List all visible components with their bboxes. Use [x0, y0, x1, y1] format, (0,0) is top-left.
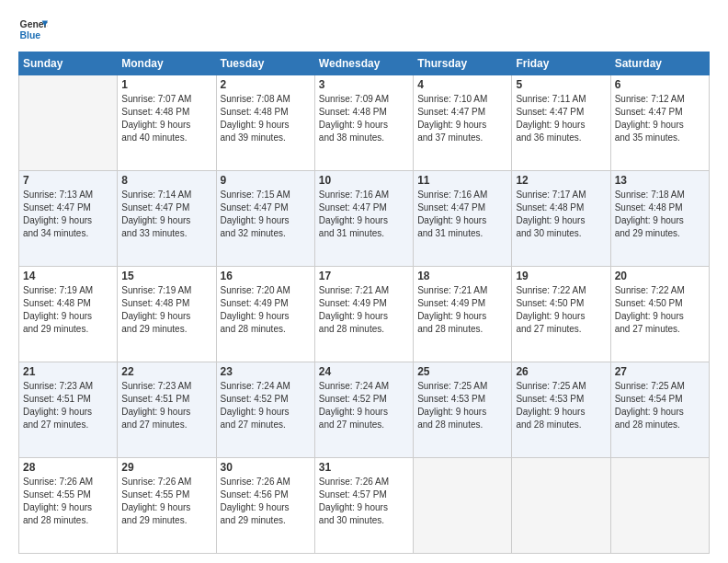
- col-header-monday: Monday: [118, 52, 216, 75]
- day-number: 11: [417, 174, 507, 187]
- calendar-cell: 2Sunrise: 7:08 AM Sunset: 4:48 PM Daylig…: [216, 75, 314, 171]
- day-number: 14: [23, 270, 113, 282]
- day-info: Sunrise: 7:11 AM Sunset: 4:47 PM Dayligh…: [516, 93, 606, 144]
- calendar-cell: 1Sunrise: 7:07 AM Sunset: 4:48 PM Daylig…: [118, 75, 216, 171]
- day-number: 5: [516, 78, 606, 91]
- day-info: Sunrise: 7:14 AM Sunset: 4:47 PM Dayligh…: [121, 189, 211, 240]
- day-info: Sunrise: 7:26 AM Sunset: 4:57 PM Dayligh…: [319, 476, 409, 527]
- svg-text:Blue: Blue: [20, 30, 41, 40]
- calendar-cell: 27Sunrise: 7:25 AM Sunset: 4:54 PM Dayli…: [610, 362, 709, 458]
- calendar-cell: [512, 458, 610, 554]
- calendar-cell: 18Sunrise: 7:21 AM Sunset: 4:49 PM Dayli…: [414, 267, 512, 362]
- logo: General Blue: [18, 15, 51, 44]
- calendar-cell: 13Sunrise: 7:18 AM Sunset: 4:48 PM Dayli…: [610, 171, 709, 267]
- calendar-week-row: 14Sunrise: 7:19 AM Sunset: 4:48 PM Dayli…: [19, 267, 710, 362]
- day-number: 2: [221, 78, 311, 91]
- day-info: Sunrise: 7:12 AM Sunset: 4:47 PM Dayligh…: [615, 93, 705, 144]
- day-number: 4: [417, 78, 507, 91]
- calendar-cell: 31Sunrise: 7:26 AM Sunset: 4:57 PM Dayli…: [314, 458, 413, 554]
- calendar-header-row: SundayMondayTuesdayWednesdayThursdayFrid…: [19, 52, 710, 75]
- day-info: Sunrise: 7:21 AM Sunset: 4:49 PM Dayligh…: [417, 284, 507, 336]
- calendar-cell: 23Sunrise: 7:24 AM Sunset: 4:52 PM Dayli…: [216, 362, 314, 458]
- day-info: Sunrise: 7:09 AM Sunset: 4:48 PM Dayligh…: [319, 93, 409, 144]
- day-number: 24: [319, 365, 409, 378]
- day-info: Sunrise: 7:15 AM Sunset: 4:47 PM Dayligh…: [221, 189, 311, 240]
- logo-icon: General Blue: [18, 15, 48, 44]
- day-info: Sunrise: 7:07 AM Sunset: 4:48 PM Dayligh…: [121, 93, 211, 144]
- day-number: 10: [319, 174, 409, 187]
- page-container: General Blue SundayMondayTuesdayWednesda…: [0, 0, 728, 563]
- calendar-cell: 7Sunrise: 7:13 AM Sunset: 4:47 PM Daylig…: [19, 171, 118, 267]
- calendar-week-row: 7Sunrise: 7:13 AM Sunset: 4:47 PM Daylig…: [19, 171, 710, 267]
- day-number: 18: [417, 270, 507, 282]
- calendar-cell: 25Sunrise: 7:25 AM Sunset: 4:53 PM Dayli…: [414, 362, 512, 458]
- calendar-week-row: 21Sunrise: 7:23 AM Sunset: 4:51 PM Dayli…: [19, 362, 710, 458]
- calendar-cell: [610, 458, 709, 554]
- day-info: Sunrise: 7:19 AM Sunset: 4:48 PM Dayligh…: [121, 284, 211, 336]
- day-number: 17: [319, 270, 409, 282]
- calendar-cell: 21Sunrise: 7:23 AM Sunset: 4:51 PM Dayli…: [19, 362, 118, 458]
- day-number: 30: [221, 461, 311, 474]
- calendar-cell: [19, 75, 118, 171]
- day-number: 16: [221, 270, 311, 282]
- calendar-cell: 10Sunrise: 7:16 AM Sunset: 4:47 PM Dayli…: [314, 171, 413, 267]
- calendar-cell: 11Sunrise: 7:16 AM Sunset: 4:47 PM Dayli…: [414, 171, 512, 267]
- day-info: Sunrise: 7:08 AM Sunset: 4:48 PM Dayligh…: [221, 93, 311, 144]
- calendar-cell: 4Sunrise: 7:10 AM Sunset: 4:47 PM Daylig…: [414, 75, 512, 171]
- day-info: Sunrise: 7:23 AM Sunset: 4:51 PM Dayligh…: [23, 380, 113, 431]
- day-number: 7: [23, 174, 113, 187]
- col-header-wednesday: Wednesday: [314, 52, 413, 75]
- calendar-table: SundayMondayTuesdayWednesdayThursdayFrid…: [18, 52, 710, 554]
- day-info: Sunrise: 7:19 AM Sunset: 4:48 PM Dayligh…: [23, 284, 113, 336]
- calendar-cell: 16Sunrise: 7:20 AM Sunset: 4:49 PM Dayli…: [216, 267, 314, 362]
- day-number: 26: [516, 365, 606, 378]
- calendar-cell: 17Sunrise: 7:21 AM Sunset: 4:49 PM Dayli…: [314, 267, 413, 362]
- day-info: Sunrise: 7:16 AM Sunset: 4:47 PM Dayligh…: [319, 189, 409, 240]
- day-number: 27: [615, 365, 705, 378]
- day-number: 20: [615, 270, 705, 282]
- calendar-week-row: 28Sunrise: 7:26 AM Sunset: 4:55 PM Dayli…: [19, 458, 710, 554]
- calendar-cell: 22Sunrise: 7:23 AM Sunset: 4:51 PM Dayli…: [118, 362, 216, 458]
- day-info: Sunrise: 7:18 AM Sunset: 4:48 PM Dayligh…: [615, 189, 705, 240]
- day-number: 3: [319, 78, 409, 91]
- day-info: Sunrise: 7:13 AM Sunset: 4:47 PM Dayligh…: [23, 189, 113, 240]
- day-info: Sunrise: 7:26 AM Sunset: 4:55 PM Dayligh…: [23, 476, 113, 527]
- day-info: Sunrise: 7:22 AM Sunset: 4:50 PM Dayligh…: [516, 284, 606, 336]
- calendar-cell: 15Sunrise: 7:19 AM Sunset: 4:48 PM Dayli…: [118, 267, 216, 362]
- page-header: General Blue: [18, 15, 710, 44]
- day-number: 8: [121, 174, 211, 187]
- day-number: 6: [615, 78, 705, 91]
- day-number: 23: [221, 365, 311, 378]
- day-info: Sunrise: 7:20 AM Sunset: 4:49 PM Dayligh…: [221, 284, 311, 336]
- day-number: 9: [221, 174, 311, 187]
- calendar-cell: 30Sunrise: 7:26 AM Sunset: 4:56 PM Dayli…: [216, 458, 314, 554]
- day-number: 19: [516, 270, 606, 282]
- calendar-cell: 5Sunrise: 7:11 AM Sunset: 4:47 PM Daylig…: [512, 75, 610, 171]
- calendar-cell: 28Sunrise: 7:26 AM Sunset: 4:55 PM Dayli…: [19, 458, 118, 554]
- calendar-week-row: 1Sunrise: 7:07 AM Sunset: 4:48 PM Daylig…: [19, 75, 710, 171]
- day-info: Sunrise: 7:16 AM Sunset: 4:47 PM Dayligh…: [417, 189, 507, 240]
- day-number: 12: [516, 174, 606, 187]
- calendar-cell: [414, 458, 512, 554]
- day-info: Sunrise: 7:22 AM Sunset: 4:50 PM Dayligh…: [615, 284, 705, 336]
- col-header-thursday: Thursday: [414, 52, 512, 75]
- day-info: Sunrise: 7:24 AM Sunset: 4:52 PM Dayligh…: [221, 380, 311, 431]
- day-info: Sunrise: 7:25 AM Sunset: 4:54 PM Dayligh…: [615, 380, 705, 431]
- calendar-cell: 9Sunrise: 7:15 AM Sunset: 4:47 PM Daylig…: [216, 171, 314, 267]
- col-header-sunday: Sunday: [19, 52, 118, 75]
- day-info: Sunrise: 7:26 AM Sunset: 4:56 PM Dayligh…: [221, 476, 311, 527]
- day-info: Sunrise: 7:10 AM Sunset: 4:47 PM Dayligh…: [417, 93, 507, 144]
- calendar-cell: 12Sunrise: 7:17 AM Sunset: 4:48 PM Dayli…: [512, 171, 610, 267]
- day-number: 13: [615, 174, 705, 187]
- day-info: Sunrise: 7:25 AM Sunset: 4:53 PM Dayligh…: [417, 380, 507, 431]
- calendar-cell: 3Sunrise: 7:09 AM Sunset: 4:48 PM Daylig…: [314, 75, 413, 171]
- calendar-cell: 26Sunrise: 7:25 AM Sunset: 4:53 PM Dayli…: [512, 362, 610, 458]
- calendar-cell: 29Sunrise: 7:26 AM Sunset: 4:55 PM Dayli…: [118, 458, 216, 554]
- calendar-cell: 14Sunrise: 7:19 AM Sunset: 4:48 PM Dayli…: [19, 267, 118, 362]
- col-header-saturday: Saturday: [610, 52, 709, 75]
- day-info: Sunrise: 7:17 AM Sunset: 4:48 PM Dayligh…: [516, 189, 606, 240]
- col-header-friday: Friday: [512, 52, 610, 75]
- day-number: 28: [23, 461, 113, 474]
- day-info: Sunrise: 7:26 AM Sunset: 4:55 PM Dayligh…: [121, 476, 211, 527]
- calendar-cell: 19Sunrise: 7:22 AM Sunset: 4:50 PM Dayli…: [512, 267, 610, 362]
